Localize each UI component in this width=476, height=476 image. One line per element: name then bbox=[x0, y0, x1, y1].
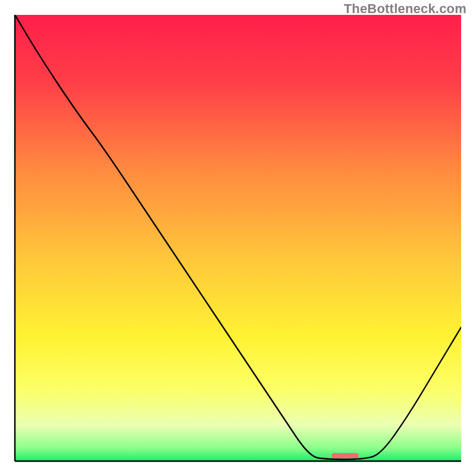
chart-container: TheBottleneck.com bbox=[0, 0, 476, 476]
svg-rect-1 bbox=[332, 453, 359, 459]
gradient-background bbox=[15, 15, 461, 461]
bottleneck-chart bbox=[0, 0, 476, 476]
optimum-marker bbox=[332, 453, 359, 459]
watermark-text: TheBottleneck.com bbox=[344, 1, 466, 17]
